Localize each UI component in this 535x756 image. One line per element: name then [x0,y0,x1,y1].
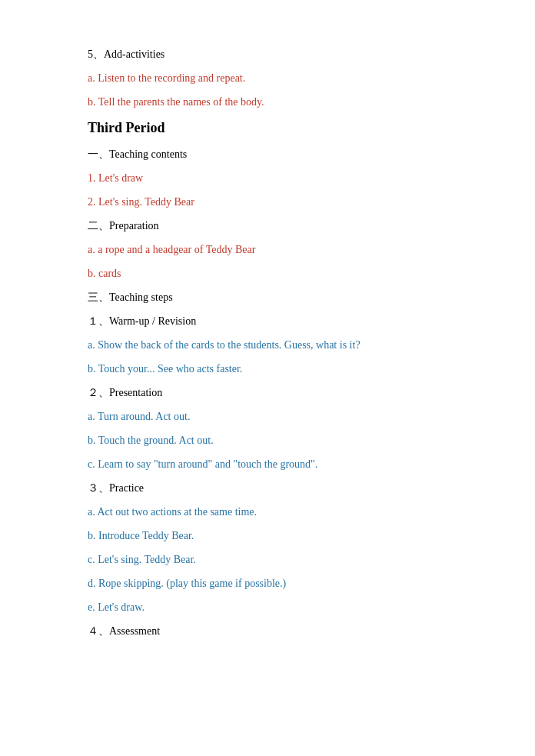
step4-label: ４、Assessment [88,625,160,637]
item-b1-line: b. Tell the parents the names of the bod… [88,94,447,110]
step1-a-text: a. Show the back of the cards to the stu… [88,339,361,351]
step2-b-text: b. Touch the ground. Act out. [88,435,214,446]
step2-c-text: c. Learn to say "turn around" and "touch… [88,458,317,470]
step3-b-line: b. Introduce Teddy Bear. [88,528,447,544]
section3-label: 三、Teaching steps [88,291,173,303]
step3-label: ３、Practice [88,482,144,494]
step3-e-text: e. Let's draw. [88,601,145,613]
step3-c-line: c. Let's sing. Teddy Bear. [88,551,447,568]
add-activities-line: 5、Add-activities [88,46,447,62]
item2-line: 2. Let's sing. Teddy Bear [88,194,447,210]
section2-label: 二、Preparation [88,220,159,231]
section2-label-line: 二、Preparation [88,218,447,234]
step3-d-line: d. Rope skipping. (play this game if pos… [88,575,447,591]
prep-b-text: b. cards [88,268,121,279]
page-content: 5、Add-activities a. Listen to the record… [0,0,535,693]
section1-label-line: 一、Teaching contents [88,146,447,162]
prep-a-text: a. a rope and a headgear of Teddy Bear [88,244,255,255]
item1-text: 1. Let's draw [88,172,143,184]
step1-label-line: １、Warm-up / Revision [88,313,447,329]
step2-label: ２、Presentation [88,387,162,398]
section1-label: 一、Teaching contents [88,148,187,160]
step1-b-line: b. Touch your... See who acts faster. [88,361,447,377]
step2-label-line: ２、Presentation [88,385,447,401]
step2-c-line: c. Learn to say "turn around" and "touch… [88,456,447,472]
step3-a-text: a. Act out two actions at the same time. [88,506,257,518]
section3-label-line: 三、Teaching steps [88,289,447,305]
item-a1-line: a. Listen to the recording and repeat. [88,70,447,86]
step4-label-line: ４、Assessment [88,623,447,639]
step2-a-text: a. Turn around. Act out. [88,411,190,422]
step1-a-line: a. Show the back of the cards to the stu… [88,337,447,353]
step1-b-text: b. Touch your... See who acts faster. [88,363,242,375]
step2-a-line: a. Turn around. Act out. [88,408,447,425]
add-activities-label: 5、Add-activities [88,48,164,60]
step3-e-line: e. Let's draw. [88,599,447,615]
step2-b-line: b. Touch the ground. Act out. [88,432,447,448]
step3-d-text: d. Rope skipping. (play this game if pos… [88,578,286,589]
item1-line: 1. Let's draw [88,170,447,186]
step3-label-line: ３、Practice [88,480,447,496]
item-b1-text: b. Tell the parents the names of the bod… [88,96,264,108]
prep-a-line: a. a rope and a headgear of Teddy Bear [88,241,447,258]
step3-a-line: a. Act out two actions at the same time. [88,504,447,520]
prep-b-line: b. cards [88,265,447,281]
item-a1-text: a. Listen to the recording and repeat. [88,72,245,84]
item2-text: 2. Let's sing. Teddy Bear [88,196,194,208]
third-period-heading: Third Period [88,118,447,138]
step3-b-text: b. Introduce Teddy Bear. [88,530,194,541]
step1-label: １、Warm-up / Revision [88,315,196,327]
step3-c-text: c. Let's sing. Teddy Bear. [88,554,196,565]
